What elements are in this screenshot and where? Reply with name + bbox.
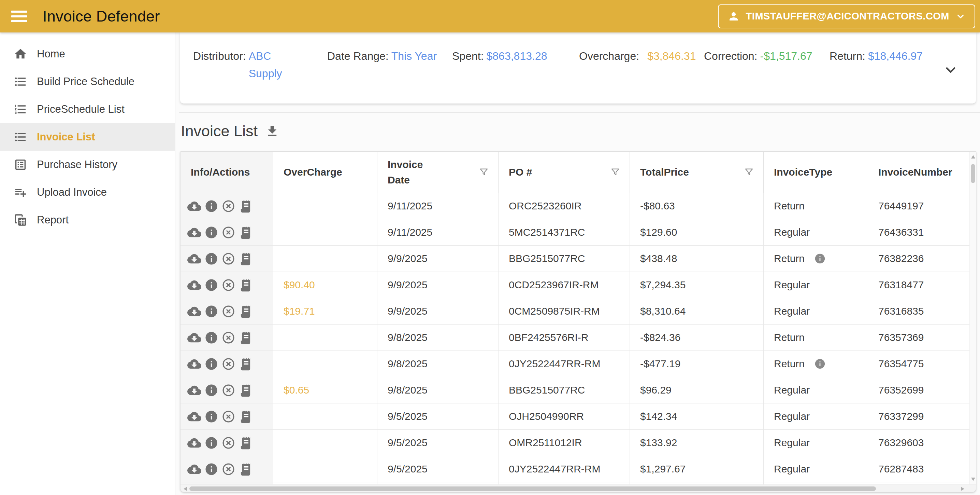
summary-value[interactable]: $18,446.97 bbox=[868, 50, 923, 62]
receipt-icon[interactable] bbox=[239, 462, 253, 476]
row-actions-cell bbox=[180, 324, 273, 350]
receipt-icon[interactable] bbox=[239, 252, 253, 266]
info-icon[interactable] bbox=[204, 462, 218, 476]
user-menu-button[interactable]: TIMSTAUFFER@ACICONTRACTORS.COM bbox=[718, 5, 975, 28]
po-number-cell: ORC2523260IR bbox=[498, 193, 630, 219]
info-icon[interactable] bbox=[204, 383, 218, 397]
cancel-icon[interactable] bbox=[221, 410, 235, 423]
download-invoice-icon[interactable] bbox=[187, 436, 201, 450]
row-actions-cell bbox=[180, 246, 273, 271]
vertical-scrollbar[interactable] bbox=[969, 152, 976, 484]
cancel-icon[interactable] bbox=[221, 252, 235, 266]
table-row: 9/5/2025 0JY2522447RR-RM $1,297.67 Regul… bbox=[180, 456, 969, 482]
info-icon[interactable] bbox=[204, 278, 218, 292]
sidebar-item-home[interactable]: Home bbox=[0, 40, 175, 68]
summary-value[interactable]: $3,846.31 bbox=[647, 50, 696, 62]
cancel-icon[interactable] bbox=[221, 199, 235, 213]
invoice-number-cell: 76449197 bbox=[868, 193, 969, 219]
invoice-type-cell: Regular bbox=[764, 298, 868, 324]
receipt-icon[interactable] bbox=[239, 410, 253, 423]
total-price-cell: $96.29 bbox=[630, 377, 764, 403]
receipt-icon[interactable] bbox=[239, 304, 253, 318]
receipt-icon[interactable] bbox=[239, 278, 253, 292]
filter-icon[interactable] bbox=[479, 167, 489, 178]
download-invoice-icon[interactable] bbox=[187, 462, 201, 476]
receipt-icon[interactable] bbox=[239, 436, 253, 450]
info-icon[interactable] bbox=[204, 252, 218, 266]
sidebar-item-report[interactable]: Report bbox=[0, 206, 175, 234]
summary-value[interactable]: ABC Supply bbox=[249, 48, 287, 82]
receipt-icon[interactable] bbox=[239, 199, 253, 213]
invoice-type-cell: Return bbox=[764, 246, 868, 271]
info-icon[interactable] bbox=[204, 410, 218, 423]
cancel-icon[interactable] bbox=[221, 436, 235, 450]
receipt-icon[interactable] bbox=[239, 225, 253, 240]
cancel-icon[interactable] bbox=[221, 304, 235, 318]
export-download-icon[interactable] bbox=[265, 124, 280, 138]
row-actions-cell bbox=[180, 219, 273, 245]
sidebar-item-invoice-list[interactable]: Invoice List bbox=[0, 123, 175, 151]
filter-icon[interactable] bbox=[743, 167, 754, 178]
cancel-icon[interactable] bbox=[221, 278, 235, 292]
download-invoice-icon[interactable] bbox=[187, 410, 201, 423]
cancel-icon[interactable] bbox=[221, 462, 235, 476]
info-icon[interactable] bbox=[204, 331, 218, 345]
download-invoice-icon[interactable] bbox=[187, 252, 201, 266]
cancel-icon[interactable] bbox=[221, 225, 235, 240]
download-invoice-icon[interactable] bbox=[187, 304, 201, 318]
info-icon[interactable] bbox=[204, 357, 218, 371]
download-invoice-icon[interactable] bbox=[187, 225, 201, 240]
column-header-overcharge: OverCharge bbox=[273, 152, 377, 193]
total-price-cell: $129.60 bbox=[630, 219, 764, 245]
menu-icon[interactable] bbox=[11, 11, 27, 22]
table-header-row: Info/Actions OverCharge Invoice Date PO … bbox=[180, 152, 969, 193]
horizontal-scrollbar[interactable] bbox=[180, 484, 976, 492]
row-actions-cell bbox=[180, 377, 273, 403]
return-info-icon[interactable] bbox=[814, 253, 826, 264]
download-invoice-icon[interactable] bbox=[187, 383, 201, 397]
chevron-down-icon bbox=[955, 11, 966, 22]
invoice-number-cell: 76436331 bbox=[868, 219, 969, 245]
overcharge-cell: $19.71 bbox=[273, 298, 377, 324]
download-invoice-icon[interactable] bbox=[187, 331, 201, 345]
expand-summary-icon[interactable] bbox=[943, 62, 958, 78]
invoice-type-cell: Regular bbox=[764, 219, 868, 245]
sidebar-item-purchase-history[interactable]: Purchase History bbox=[0, 151, 175, 178]
filter-icon[interactable] bbox=[610, 167, 621, 178]
receipt-icon[interactable] bbox=[239, 331, 253, 345]
invoice-type-cell: Return bbox=[764, 324, 868, 350]
cancel-icon[interactable] bbox=[221, 383, 235, 397]
download-invoice-icon[interactable] bbox=[187, 357, 201, 371]
download-invoice-icon[interactable] bbox=[187, 278, 201, 292]
sidebar-item-upload-invoice[interactable]: Upload Invoice bbox=[0, 178, 175, 206]
overcharge-cell bbox=[273, 246, 377, 271]
info-icon[interactable] bbox=[204, 199, 218, 213]
receipt-icon[interactable] bbox=[239, 357, 253, 371]
info-icon[interactable] bbox=[204, 436, 218, 450]
summary-value[interactable]: $863,813.28 bbox=[487, 50, 547, 62]
scroll-right-arrow[interactable] bbox=[961, 487, 964, 491]
info-icon[interactable] bbox=[204, 225, 218, 240]
info-icon[interactable] bbox=[204, 304, 218, 318]
scroll-up-arrow[interactable] bbox=[971, 155, 975, 158]
sidebar-item-build-price-schedule[interactable]: Build Price Schedule bbox=[0, 68, 175, 95]
receipt-icon[interactable] bbox=[239, 383, 253, 397]
horizontal-scrollbar-thumb[interactable] bbox=[189, 487, 876, 491]
invoice-date-cell: 9/9/2025 bbox=[377, 298, 498, 324]
scroll-down-arrow[interactable] bbox=[971, 477, 975, 481]
summary-value[interactable]: This Year bbox=[391, 50, 437, 62]
return-info-icon[interactable] bbox=[814, 358, 826, 370]
sidebar-item-priceschedule-list[interactable]: PriceSchedule List bbox=[0, 95, 175, 123]
vertical-scrollbar-thumb[interactable] bbox=[971, 164, 975, 183]
cancel-icon[interactable] bbox=[221, 331, 235, 345]
invoice-date-cell: 9/11/2025 bbox=[377, 219, 498, 245]
total-price-cell: $1,297.67 bbox=[630, 456, 764, 482]
list-bulleted-icon bbox=[14, 130, 27, 144]
summary-value[interactable]: -$1,517.67 bbox=[760, 50, 813, 62]
app-title: Invoice Defender bbox=[43, 8, 160, 25]
scroll-left-arrow[interactable] bbox=[184, 487, 187, 491]
download-invoice-icon[interactable] bbox=[187, 199, 201, 213]
cancel-icon[interactable] bbox=[221, 357, 235, 371]
invoice-date-cell: 9/11/2025 bbox=[377, 193, 498, 219]
total-price-cell: $8,310.64 bbox=[630, 298, 764, 324]
